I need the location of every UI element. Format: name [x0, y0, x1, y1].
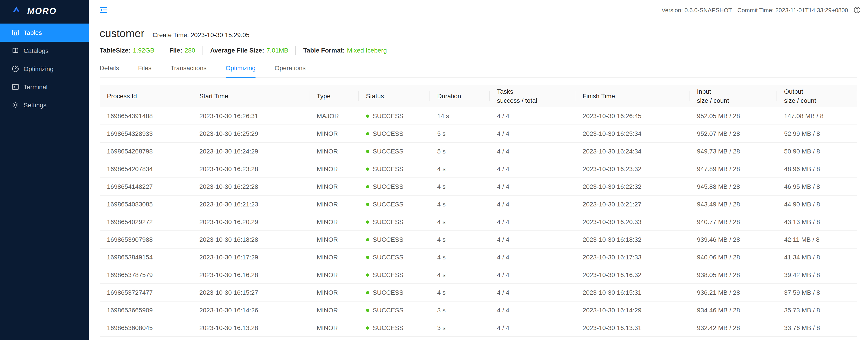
output-cell: 147.08 MB / 8 — [777, 107, 857, 125]
status-cell: SUCCESS — [359, 231, 430, 248]
commit-time-text: Commit Time: 2023-11-01T14:33:29+0800 — [737, 7, 848, 13]
tasks-cell: 4 / 4 — [490, 319, 575, 337]
book-icon — [12, 47, 19, 54]
table-body: 1698654391488 2023-10-30 16:26:31 MAJOR … — [100, 107, 857, 337]
input-cell: 940.77 MB / 28 — [690, 213, 777, 231]
input-cell: 939.46 MB / 28 — [690, 231, 777, 248]
tab-details[interactable]: Details — [100, 58, 119, 78]
status-text: SUCCESS — [373, 112, 403, 120]
duration-cell: 4 s — [430, 213, 490, 231]
output-cell: 35.73 MB / 8 — [777, 301, 857, 319]
column-start-time: Start Time — [192, 85, 309, 107]
success-dot-icon — [366, 132, 369, 135]
start-time-cell: 2023-10-30 16:15:27 — [192, 284, 309, 301]
column-duration: Duration — [430, 85, 490, 107]
sidebar-item-tables[interactable]: Tables — [0, 24, 89, 42]
page-title: customer — [100, 26, 144, 41]
content: customer Create Time: 2023-10-30 15:29:0… — [89, 20, 868, 340]
sidebar-menu: Tables Catalogs Optimizing Terminal — [0, 24, 89, 114]
start-time-cell: 2023-10-30 16:22:28 — [192, 178, 309, 195]
help-icon[interactable] — [854, 6, 861, 13]
success-dot-icon — [366, 238, 369, 241]
finish-time-cell: 2023-10-30 16:25:34 — [575, 125, 690, 142]
status-text: SUCCESS — [373, 306, 403, 314]
tasks-cell: 4 / 4 — [490, 248, 575, 266]
tab-files[interactable]: Files — [138, 58, 152, 78]
tasks-cell: 4 / 4 — [490, 160, 575, 178]
duration-cell: 3 s — [430, 319, 490, 337]
status-cell: SUCCESS — [359, 160, 430, 178]
table-row: 1698654391488 2023-10-30 16:26:31 MAJOR … — [100, 107, 857, 125]
status-text: SUCCESS — [373, 236, 403, 243]
start-time-cell: 2023-10-30 16:18:28 — [192, 231, 309, 248]
input-cell: 952.05 MB / 28 — [690, 107, 777, 125]
start-time-cell: 2023-10-30 16:13:28 — [192, 319, 309, 337]
menu-fold-icon[interactable] — [100, 6, 108, 14]
type-cell: MINOR — [309, 195, 359, 213]
table-row: 1698653665909 2023-10-30 16:14:26 MINOR … — [100, 301, 857, 319]
sidebar-item-terminal[interactable]: Terminal — [0, 78, 89, 96]
stat-item: Average File Size: 7.01MB — [203, 46, 288, 55]
status-text: SUCCESS — [373, 271, 403, 278]
column-output: Output size / count — [777, 85, 857, 107]
sidebar-item-optimizing[interactable]: Optimizing — [0, 60, 89, 78]
type-cell: MINOR — [309, 266, 359, 284]
app-window: MORO Tables Catalogs Optimizing — [0, 0, 868, 340]
finish-time-cell: 2023-10-30 16:14:29 — [575, 301, 690, 319]
table-row: 1698654328933 2023-10-30 16:25:29 MINOR … — [100, 125, 857, 142]
table-row: 1698654148227 2023-10-30 16:22:28 MINOR … — [100, 178, 857, 195]
finish-time-cell: 2023-10-30 16:23:32 — [575, 160, 690, 178]
success-dot-icon — [366, 256, 369, 259]
start-time-cell: 2023-10-30 16:26:31 — [192, 107, 309, 125]
status-text: SUCCESS — [373, 253, 403, 261]
status-cell: SUCCESS — [359, 284, 430, 301]
topbar-right: Version: 0.6.0-SNAPSHOT Commit Time: 202… — [662, 6, 861, 13]
input-cell: 934.46 MB / 28 — [690, 301, 777, 319]
input-cell: 940.06 MB / 28 — [690, 248, 777, 266]
table-row: 1698654207834 2023-10-30 16:23:28 MINOR … — [100, 160, 857, 178]
finish-time-cell: 2023-10-30 16:15:31 — [575, 284, 690, 301]
status-cell: SUCCESS — [359, 213, 430, 231]
duration-cell: 3 s — [430, 301, 490, 319]
tasks-cell: 4 / 4 — [490, 213, 575, 231]
type-cell: MINOR — [309, 284, 359, 301]
duration-cell: 4 s — [430, 248, 490, 266]
process-id-cell: 1698653907988 — [100, 231, 192, 248]
status-text: SUCCESS — [373, 147, 403, 155]
process-id-cell: 1698653727477 — [100, 284, 192, 301]
process-id-cell: 1698653608045 — [100, 319, 192, 337]
logo-text: MORO — [27, 6, 57, 16]
type-cell: MAJOR — [309, 107, 359, 125]
process-id-cell: 1698654029272 — [100, 213, 192, 231]
tasks-cell: 4 / 4 — [490, 178, 575, 195]
stat-label: TableSize: — [100, 46, 130, 55]
tab-transactions[interactable]: Transactions — [170, 58, 207, 78]
table-header-row: Process Id Start Time Type — [100, 85, 857, 107]
sidebar-item-catalogs[interactable]: Catalogs — [0, 42, 89, 60]
start-time-cell: 2023-10-30 16:24:29 — [192, 142, 309, 160]
sidebar-item-settings[interactable]: Settings — [0, 96, 89, 114]
input-cell: 936.21 MB / 28 — [690, 284, 777, 301]
status-text: SUCCESS — [373, 183, 403, 190]
tasks-cell: 4 / 4 — [490, 301, 575, 319]
amoro-logo-icon — [13, 6, 24, 17]
status-text: SUCCESS — [373, 218, 403, 226]
status-cell: SUCCESS — [359, 301, 430, 319]
input-cell: 932.42 MB / 28 — [690, 319, 777, 337]
stat-label: Table Format: — [303, 46, 345, 55]
duration-cell: 5 s — [430, 142, 490, 160]
tab-operations[interactable]: Operations — [275, 58, 306, 78]
tab-optimizing[interactable]: Optimizing — [226, 58, 255, 78]
main-area: Version: 0.6.0-SNAPSHOT Commit Time: 202… — [89, 0, 868, 340]
column-tasks: Tasks success / total — [490, 85, 575, 107]
type-cell: MINOR — [309, 248, 359, 266]
tab-bar: Details Files Transactions Optimizing Op… — [100, 58, 857, 78]
type-cell: MINOR — [309, 178, 359, 195]
start-time-cell: 2023-10-30 16:21:23 — [192, 195, 309, 213]
duration-cell: 4 s — [430, 160, 490, 178]
output-cell: 48.96 MB / 8 — [777, 160, 857, 178]
success-dot-icon — [366, 220, 369, 224]
output-cell: 37.59 MB / 8 — [777, 284, 857, 301]
success-dot-icon — [366, 327, 369, 330]
create-time: Create Time: 2023-10-30 15:29:05 — [152, 31, 249, 38]
